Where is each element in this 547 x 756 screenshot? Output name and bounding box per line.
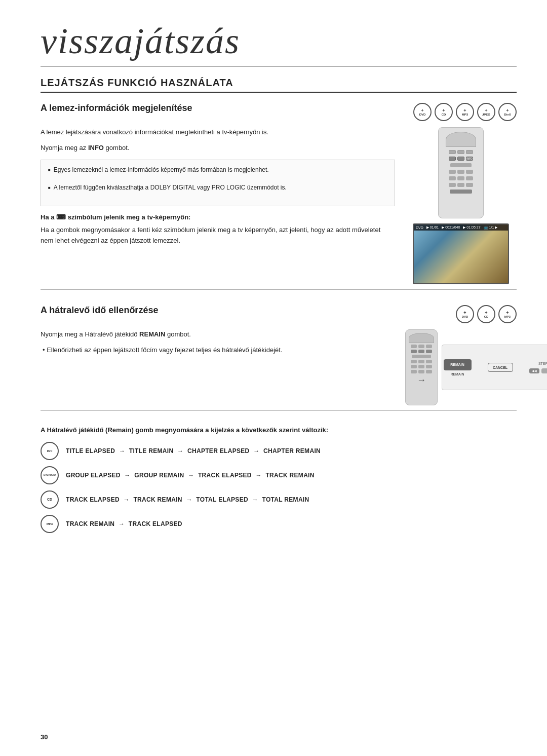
remain-section: A Hátralévő játékidő (Remain) gomb megny…: [41, 426, 517, 533]
section-divider-1: [41, 289, 517, 290]
cd-icon: + CD: [435, 103, 453, 121]
mp3-remain-icon: MP3: [41, 515, 59, 533]
remain-item-dvd-video: DVD TITLE ELAPSED → TITLE REMAIN → CHAPT…: [41, 442, 517, 460]
note1-text: Egyes lemezeknél a lemez-információs kép…: [54, 165, 269, 175]
lemez-device-icons: + DVD + CD + MP3 + JPEG + DivX: [413, 103, 517, 121]
remain-item-dvd-audio: DVD AUDIO GROUP ELAPSED → GROUP REMAIN →…: [41, 466, 517, 484]
sub-body: Ha a gombok megnyomásakor a fenti kéz sz…: [41, 225, 395, 246]
page-title: visszajátszás: [41, 20, 517, 67]
cd-icon2: + CD: [477, 305, 495, 323]
mp3-icon: + MP3: [456, 103, 474, 121]
section-divider-2: [41, 410, 517, 411]
hatralevo-device-icons: + DVD + CD + MP3: [456, 305, 517, 323]
remain-text-mp3: TRACK REMAIN → TRACK ELAPSED: [66, 520, 182, 527]
hatralevo-section: A hátralevő idő ellenőrzése + DVD + CD +…: [41, 305, 517, 405]
jpeg-icon: + JPEG: [477, 103, 495, 121]
sub-subheading: Ha a ⌨ szimbólum jelenik meg a tv-képern…: [41, 213, 395, 221]
dvd-audio-icon: DVD AUDIO: [41, 466, 59, 484]
dvd-icon2: + DVD: [456, 305, 474, 323]
divx-icon: + DivX: [498, 103, 517, 121]
mp3-icon2: + MP3: [498, 305, 517, 323]
remote-control-image: INFO: [438, 127, 484, 218]
remain-item-cd: CD TRACK ELAPSED → TRACK REMAIN → TOTAL …: [41, 490, 517, 509]
note-box: Egyes lemezeknél a lemez-információs kép…: [41, 160, 395, 206]
remain-text-dvd-video: TITLE ELAPSED → TITLE REMAIN → CHAPTER E…: [66, 447, 321, 455]
lemez-section: A lemez-információk megjelenítése + DVD …: [41, 103, 517, 284]
dvd-video-icon: DVD: [41, 442, 59, 460]
remote-small-hatralevo: →: [405, 329, 438, 405]
cd-remain-icon: CD: [41, 490, 59, 509]
lemez-body2: Nyomja meg az INFO gombot.: [41, 143, 395, 154]
hatralevo-heading: A hátralevő idő ellenőrzése: [41, 305, 158, 316]
hatralevo-body1: Nyomja meg a Hátralévő játékidő REMAIN g…: [41, 329, 395, 340]
remain-button-panel: REMAIN REMAIN CANCEL STEP PAUSE ◀◀ II ▶▶: [442, 345, 547, 390]
remain-item-mp3: MP3 TRACK REMAIN → TRACK ELAPSED: [41, 515, 517, 533]
remain-text-cd: TRACK ELAPSED → TRACK REMAIN → TOTAL ELA…: [66, 496, 309, 503]
screen-image: DVD ▶ 01/01 ▶ 0021/040 ▶ 01:05:27 📺 1/1 …: [413, 223, 509, 284]
dvd-icon: + DVD: [413, 103, 432, 121]
note2-text: A lemeztől függően kiválaszthatja a DOLB…: [54, 183, 287, 193]
remain-text-dvd-audio: GROUP ELAPSED → GROUP REMAIN → TRACK ELA…: [66, 472, 315, 479]
page-number: 30: [41, 733, 48, 741]
remain-heading: A Hátralévő játékidő (Remain) gomb megny…: [41, 426, 517, 434]
lemez-body1: A lemez lejátszására vonatkozó informáci…: [41, 127, 395, 138]
lemez-heading: A lemez-információk megjelenítése: [41, 103, 192, 114]
hatralevo-bullet: • Ellenőrizheti az éppen lejátszott főcí…: [41, 345, 395, 356]
section-title: Lejátszás funkció használata: [41, 77, 517, 93]
